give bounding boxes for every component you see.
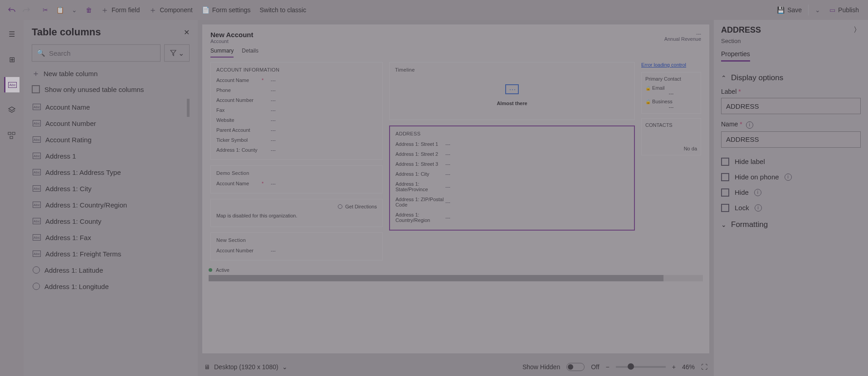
column-type-icon: Abc <box>33 169 41 175</box>
column-item[interactable]: AbcAddress 1: City <box>32 180 190 197</box>
tree-tab-button[interactable] <box>4 128 20 143</box>
form-field[interactable]: Parent Account--- <box>216 125 377 135</box>
redo-button[interactable] <box>19 2 34 18</box>
form-field[interactable]: Website--- <box>216 115 377 125</box>
tab-summary[interactable]: Summary <box>210 46 234 58</box>
close-panel-button[interactable]: ✕ <box>184 28 190 37</box>
section-new[interactable]: New Section Account Number--- <box>210 232 383 260</box>
error-loading-control-link[interactable]: Error loading control <box>641 62 701 67</box>
column-item[interactable]: AbcAddress 1: Country/Region <box>32 197 190 213</box>
search-input[interactable]: 🔍 Search <box>32 44 161 62</box>
svg-rect-1 <box>12 132 15 135</box>
form-field[interactable]: Address 1: Street 3--- <box>395 159 629 169</box>
column-type-icon: Abc <box>33 136 41 143</box>
section-account-information[interactable]: ACCOUNT INFORMATION Account Name*---Phon… <box>210 62 383 160</box>
device-selector[interactable]: 🖥 Desktop (1920 x 1080) ⌄ <box>204 363 288 371</box>
hide-label-checkbox[interactable]: Hide label <box>721 158 861 166</box>
cut-button[interactable]: ✂ <box>38 2 53 18</box>
save-button[interactable]: 💾Save <box>772 2 806 18</box>
columns-tab-button[interactable]: Abc <box>4 77 20 92</box>
label-input[interactable] <box>721 98 861 114</box>
layers-tab-button[interactable] <box>4 102 20 118</box>
canvas-h-scrollbar[interactable] <box>209 275 703 281</box>
contacts-card[interactable]: CONTACTS No da <box>641 118 701 155</box>
display-options-section-header[interactable]: ⌃ Display options <box>721 73 861 82</box>
column-item[interactable]: AbcAccount Number <box>32 115 190 131</box>
expand-properties-button[interactable]: 〉 <box>853 25 861 35</box>
name-input[interactable] <box>721 131 861 148</box>
column-type-icon: Abc <box>33 185 41 192</box>
column-item[interactable]: AbcAddress 1 <box>32 148 190 164</box>
paste-button[interactable]: 📋 <box>53 2 67 18</box>
column-item[interactable]: AbcAccount Name <box>32 99 190 115</box>
fit-button[interactable]: ⛶ <box>701 363 707 371</box>
publish-button[interactable]: ▭Publish <box>825 2 863 18</box>
form-field[interactable]: Address 1: ZIP/Postal Code--- <box>395 194 629 210</box>
save-dropdown[interactable]: ⌄ <box>810 2 825 18</box>
column-list-scrollbar[interactable] <box>187 99 190 117</box>
column-item[interactable]: Address 1: Longitude <box>32 278 190 294</box>
svg-rect-0 <box>8 132 11 135</box>
form-field[interactable]: Address 1: County--- <box>216 145 377 155</box>
section-map[interactable]: Get Directions Map is disabled for this … <box>210 199 383 227</box>
column-item[interactable]: AbcAddress 1: Address Type <box>32 164 190 180</box>
lock-checkbox[interactable]: Lock i <box>721 204 861 212</box>
zoom-slider[interactable] <box>616 366 666 368</box>
column-item[interactable]: AbcAddress 1: County <box>32 213 190 229</box>
svg-rect-2 <box>10 136 13 139</box>
tab-details[interactable]: Details <box>242 46 258 58</box>
column-item[interactable]: Address 1: Latitude <box>32 262 190 278</box>
column-type-icon: Abc <box>33 104 41 110</box>
hide-phone-checkbox[interactable]: Hide on phone i <box>721 173 861 181</box>
form-field[interactable]: Fax--- <box>216 105 377 115</box>
form-field[interactable]: Account Number--- <box>216 95 377 105</box>
form-field[interactable]: Account Name*--- <box>216 75 377 85</box>
section-timeline[interactable]: Timeline Almost there <box>389 62 635 120</box>
formatting-section-header[interactable]: ⌄ Formatting <box>721 220 861 229</box>
form-field[interactable]: Address 1: State/Province--- <box>395 179 629 194</box>
components-tab-button[interactable]: ⊞ <box>4 52 20 67</box>
section-address[interactable]: ADDRESS Address 1: Street 1---Address 1:… <box>389 125 635 231</box>
form-canvas[interactable]: New Account Account --- Annual Revenue S… <box>202 24 709 353</box>
show-hidden-toggle[interactable] <box>566 363 585 371</box>
form-subtitle: Account <box>210 39 253 44</box>
record-status-bar: Active <box>202 265 709 275</box>
form-field[interactable]: Phone--- <box>216 85 377 95</box>
properties-tab[interactable]: Properties <box>721 50 750 62</box>
hamburger-button[interactable]: ☰ <box>4 26 20 42</box>
form-field[interactable]: Address 1: Street 2--- <box>395 149 629 159</box>
form-field[interactable]: Account Name*--- <box>216 178 377 188</box>
form-field[interactable]: Address 1: Street 1--- <box>395 139 629 149</box>
section-demo[interactable]: Demo Section Account Name*--- <box>210 165 383 193</box>
info-icon[interactable]: i <box>755 204 762 212</box>
form-canvas-area: New Account Account --- Annual Revenue S… <box>198 20 714 376</box>
column-type-icon: Abc <box>33 202 41 208</box>
zoom-in-button[interactable]: + <box>672 363 676 371</box>
new-table-column-button[interactable]: ＋New table column <box>32 68 190 79</box>
show-unused-checkbox[interactable]: Show only unused table columns <box>32 85 190 93</box>
delete-button[interactable]: 🗑 <box>82 2 96 18</box>
properties-panel: ADDRESS 〉 Section Properties ⌃ Display o… <box>714 20 868 376</box>
form-field-button[interactable]: ＋Form field <box>96 2 144 18</box>
undo-button[interactable] <box>5 2 19 18</box>
column-item[interactable]: AbcAccount Rating <box>32 131 190 148</box>
quick-view-card[interactable]: Primary Contact 🔒 Email --- 🔒 Business -… <box>641 72 701 114</box>
zoom-out-button[interactable]: − <box>606 363 610 371</box>
info-icon[interactable]: i <box>754 189 761 196</box>
switch-classic-button[interactable]: Switch to classic <box>255 2 311 18</box>
info-icon[interactable]: i <box>785 174 792 181</box>
column-item[interactable]: AbcAddress 1: Fax <box>32 229 190 246</box>
monitor-icon: 🖥 <box>204 363 210 371</box>
hide-checkbox[interactable]: Hide i <box>721 188 861 197</box>
form-field[interactable]: Account Number--- <box>216 246 377 255</box>
component-button[interactable]: ＋Component <box>144 2 197 18</box>
form-settings-button[interactable]: 📄Form settings <box>197 2 255 18</box>
form-field[interactable]: Address 1: Country/Region--- <box>395 210 629 225</box>
form-field[interactable]: Address 1: City--- <box>395 169 629 179</box>
info-icon[interactable]: i <box>746 121 753 129</box>
form-field[interactable]: Ticker Symbol--- <box>216 135 377 145</box>
filter-button[interactable]: ⌄ <box>164 44 190 62</box>
paste-dropdown[interactable]: ⌄ <box>67 2 82 18</box>
top-toolbar: ✂ 📋 ⌄ 🗑 ＋Form field ＋Component 📄Form set… <box>0 0 868 20</box>
column-item[interactable]: AbcAddress 1: Freight Terms <box>32 246 190 262</box>
